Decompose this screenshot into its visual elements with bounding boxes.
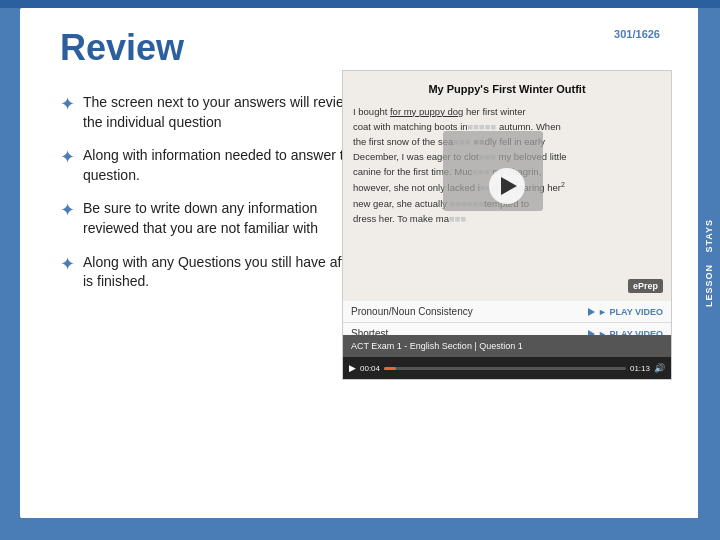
video-progress-bar[interactable] [384,367,626,370]
play-video-button-1[interactable]: ► PLAY VIDEO [588,307,663,317]
list-item: ✦ Be sure to write down any information … [60,199,370,238]
eprep-badge: ePrep [628,279,663,293]
right-sidebar: STAYS LESSON [698,8,720,518]
bullet-text: Be sure to write down any information re… [83,199,370,238]
list-item: ✦ Along with any Questions you still hav… [60,253,370,292]
video-time-current: 00:04 [360,364,380,373]
video-play-icon[interactable]: ▶ [349,363,356,373]
bullet-text: The screen next to your answers will rev… [83,93,370,132]
sidebar-stays-label: STAYS [704,219,714,253]
bullet-icon: ✦ [60,92,75,117]
video-progress-fill [384,367,396,370]
video-label-bar: ACT Exam 1 - English Section | Question … [343,335,671,357]
play-icon [501,177,517,195]
white-area: Review 301/1626 ✦ The screen next to you… [20,8,700,518]
slide-number: 301/1626 [614,28,660,40]
top-bar [0,0,720,8]
list-item: ✦ Along with information needed to answe… [60,146,370,185]
list-item: Pronoun/Noun Consistency ► PLAY VIDEO [343,301,671,323]
bullet-text: Along with any Questions you still have … [83,253,370,292]
video-time-total: 01:13 [630,364,650,373]
bullet-content: ✦ The screen next to your answers will r… [60,93,370,306]
video-image-area: My Puppy's First Winter Outfit I bought … [343,71,671,301]
gray-overlay [443,131,543,211]
playlist-item-label: Pronoun/Noun Consistency [351,306,473,317]
play-button[interactable] [489,168,525,204]
bullet-icon: ✦ [60,198,75,223]
video-label-text: ACT Exam 1 - English Section | Question … [351,341,523,351]
slide-container: Review 301/1626 ✦ The screen next to you… [0,0,720,540]
doc-title: My Puppy's First Winter Outfit [353,81,661,98]
video-panel: My Puppy's First Winter Outfit I bought … [342,70,672,380]
slide-title: Review [60,28,360,68]
video-controls[interactable]: ▶ 00:04 01:13 🔊 [343,357,671,379]
play-video-label: ► PLAY VIDEO [598,307,663,317]
bullet-icon: ✦ [60,145,75,170]
volume-icon[interactable]: 🔊 [654,363,665,373]
bullet-icon: ✦ [60,252,75,277]
play-triangle-icon [588,308,595,316]
list-item: ✦ The screen next to your answers will r… [60,93,370,132]
title-area: Review [60,28,360,68]
bullet-text: Along with information needed to answer … [83,146,370,185]
sidebar-lesson-label: LESSON [704,264,714,307]
